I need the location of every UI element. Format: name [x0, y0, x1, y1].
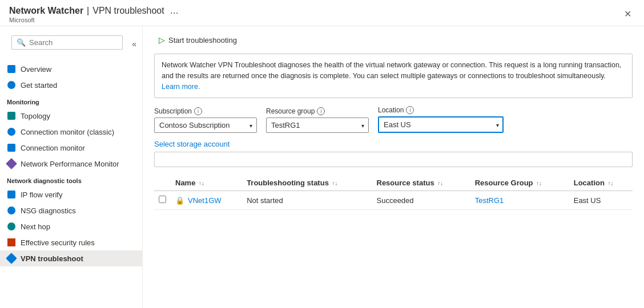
diagnostic-section-label: Network diagnostic tools — [0, 172, 142, 187]
resource-group-label: Resource group i — [266, 107, 369, 115]
info-text: Network Watcher VPN Troubleshoot diagnos… — [162, 61, 621, 80]
sidebar-item-npm-label: Network Performance Monitor — [21, 160, 119, 168]
name-sort-icon[interactable]: ↑↓ — [199, 180, 204, 187]
location-select[interactable]: East US — [378, 116, 504, 133]
vpn-icon — [7, 254, 16, 263]
name-cell: 🔒 VNet1GW — [171, 191, 242, 210]
sidebar-item-ip-flow[interactable]: IP flow verify — [0, 187, 142, 202]
sidebar-item-next-hop[interactable]: Next hop — [0, 218, 142, 234]
resource-group-select-wrapper: TestRG1 ▾ — [266, 117, 369, 133]
app-title: Network Watcher — [9, 6, 83, 16]
sidebar-item-connection-classic-label: Connection monitor (classic) — [21, 128, 114, 136]
resource-group-select[interactable]: TestRG1 — [266, 117, 369, 133]
title-separator: | — [87, 6, 89, 16]
info-box: Network Watcher VPN Troubleshoot diagnos… — [154, 54, 633, 98]
sidebar-item-get-started-label: Get started — [21, 81, 57, 90]
effective-icon — [7, 238, 16, 247]
subscription-group: Subscription i Contoso Subscription ▾ — [154, 107, 257, 133]
resource-group-link[interactable]: TestRG1 — [475, 196, 504, 205]
resource-group-sort-icon[interactable]: ↑↓ — [536, 180, 542, 187]
sidebar-item-connection-monitor[interactable]: Connection monitor — [0, 140, 142, 156]
select-storage-account-link[interactable]: Select storage account — [154, 140, 633, 148]
npm-icon — [7, 159, 16, 168]
rocket-icon — [7, 80, 16, 90]
resource-status-column-header[interactable]: Resource status ↑↓ — [372, 175, 470, 191]
monitoring-section-label: Monitoring — [0, 93, 142, 108]
connection-icon — [7, 143, 16, 152]
sidebar-item-npm[interactable]: Network Performance Monitor — [0, 156, 142, 172]
subscription-label: Subscription i — [154, 107, 257, 115]
troubleshooting-status-value: Not started — [247, 196, 283, 205]
subscription-info-icon[interactable]: i — [194, 107, 202, 115]
resource-group-cell: TestRG1 — [470, 191, 569, 210]
table-header: Name ↑↓ Troubleshooting status ↑↓ Resour… — [154, 175, 633, 191]
troubleshooting-status-column-header[interactable]: Troubleshooting status ↑↓ — [242, 175, 372, 191]
nsg-icon — [7, 206, 16, 215]
resource-status-sort-icon[interactable]: ↑↓ — [437, 180, 443, 187]
sidebar-item-effective-rules[interactable]: Effective security rules — [0, 234, 142, 250]
location-column-header[interactable]: Location ↑↓ — [569, 175, 633, 191]
ipflow-icon — [7, 190, 16, 199]
location-sort-icon[interactable]: ↑↓ — [608, 180, 614, 187]
sidebar-item-vpn-label: VPN troubleshoot — [21, 254, 83, 263]
sidebar-item-topology[interactable]: Topology — [0, 108, 142, 124]
sidebar-item-get-started[interactable]: Get started — [0, 77, 142, 93]
form-row: Subscription i Contoso Subscription ▾ Re… — [154, 106, 633, 133]
start-troubleshooting-button[interactable]: ▷ Start troubleshooting — [154, 33, 242, 47]
title-bar: Network Watcher | VPN troubleshoot ... M… — [0, 0, 644, 26]
sidebar-item-nsg-label: NSG diagnostics — [21, 206, 76, 215]
sidebar-item-connection-label: Connection monitor — [21, 144, 85, 152]
location-select-wrapper: East US ▾ — [378, 116, 504, 133]
sidebar-item-ip-flow-label: IP flow verify — [21, 191, 62, 199]
brand-label: Microsoft — [9, 17, 179, 23]
sidebar-item-topology-label: Topology — [21, 112, 50, 120]
sidebar-item-overview[interactable]: Overview — [0, 61, 142, 77]
name-column-header[interactable]: Name ↑↓ — [171, 175, 242, 191]
start-troubleshooting-label: Start troubleshooting — [168, 36, 237, 44]
row-checkbox[interactable] — [159, 196, 166, 203]
sidebar: 🔍 « Overview Get started Monitoring Topo… — [0, 26, 143, 308]
resource-status-cell: Succeeded — [372, 191, 470, 210]
sidebar-item-overview-label: Overview — [21, 65, 51, 74]
search-input[interactable] — [29, 38, 118, 47]
sidebar-item-effective-label: Effective security rules — [21, 238, 95, 247]
resources-table: Name ↑↓ Troubleshooting status ↑↓ Resour… — [154, 175, 633, 210]
toolbar: ▷ Start troubleshooting — [154, 33, 633, 47]
table-row: 🔒 VNet1GW Not started Succeeded TestRG1 — [154, 191, 633, 210]
resource-name-link[interactable]: 🔒 VNet1GW — [175, 196, 238, 205]
globe-icon — [7, 64, 16, 74]
main-content: ▷ Start troubleshooting Network Watcher … — [143, 26, 644, 308]
storage-account-input[interactable] — [154, 152, 633, 167]
resource-name: VNet1GW — [188, 196, 222, 205]
location-cell: East US — [569, 191, 633, 210]
gateway-icon: 🔒 — [175, 196, 184, 205]
topology-icon — [7, 111, 16, 120]
collapse-button[interactable]: « — [132, 39, 136, 48]
table-wrapper: Name ↑↓ Troubleshooting status ↑↓ Resour… — [154, 175, 633, 210]
resource-group-column-header[interactable]: Resource Group ↑↓ — [470, 175, 569, 191]
subscription-select-wrapper: Contoso Subscription ▾ — [154, 117, 257, 133]
learn-more-link[interactable]: Learn more. — [162, 83, 200, 91]
search-box: 🔍 — [11, 35, 123, 50]
sidebar-item-nsg-diagnostics[interactable]: NSG diagnostics — [0, 202, 142, 218]
connection-classic-icon — [7, 127, 16, 136]
select-all-header — [154, 175, 171, 191]
troubleshooting-status-cell: Not started — [242, 191, 372, 210]
play-icon: ▷ — [159, 35, 165, 44]
sidebar-item-next-hop-label: Next hop — [21, 222, 50, 231]
row-checkbox-cell — [154, 191, 171, 210]
subscription-select[interactable]: Contoso Subscription — [154, 117, 257, 133]
close-button[interactable]: ✕ — [621, 7, 635, 21]
location-info-icon[interactable]: i — [406, 106, 414, 114]
table-body: 🔒 VNet1GW Not started Succeeded TestRG1 — [154, 191, 633, 210]
more-options-icon[interactable]: ... — [170, 5, 179, 17]
troubleshooting-sort-icon[interactable]: ↑↓ — [332, 180, 338, 187]
sidebar-item-connection-monitor-classic[interactable]: Connection monitor (classic) — [0, 124, 142, 140]
location-label: Location i — [378, 106, 504, 114]
location-value: East US — [574, 196, 601, 205]
resource-group-info-icon[interactable]: i — [317, 107, 325, 115]
resource-group-group: Resource group i TestRG1 ▾ — [266, 107, 369, 133]
location-group: Location i East US ▾ — [378, 106, 504, 133]
sidebar-item-vpn-troubleshoot[interactable]: VPN troubleshoot — [0, 250, 142, 266]
nexthop-icon — [7, 222, 16, 231]
